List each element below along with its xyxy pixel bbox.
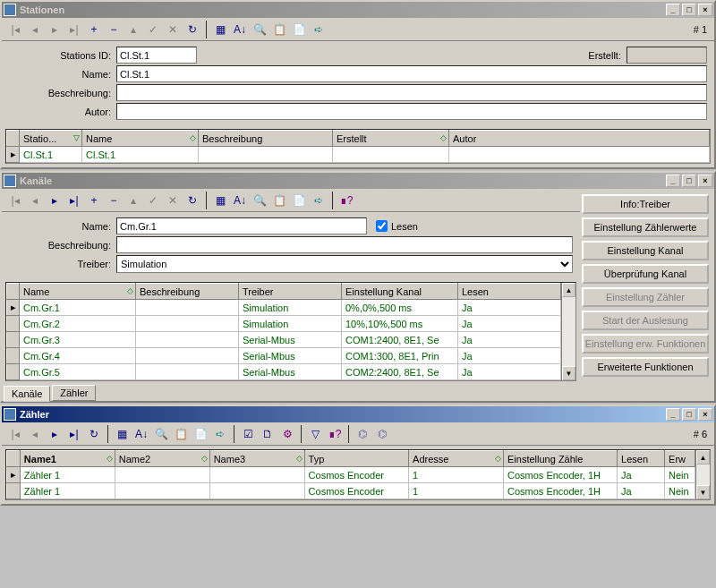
nav-last-icon[interactable]: ▸| <box>65 192 83 209</box>
tab-zaehler[interactable]: Zähler <box>52 385 96 401</box>
table-row[interactable]: Cm.Gr.3 Serial-Mbus COM1:2400, 8E1, Se J… <box>7 332 561 348</box>
copy-icon[interactable]: 📋 <box>172 425 190 443</box>
scroll-down-icon[interactable]: ▼ <box>696 485 710 499</box>
sort-icon[interactable]: A↓ <box>231 21 249 38</box>
table-row[interactable]: ▸ Cm.Gr.1 Simulation 0%,0%,500 ms Ja <box>7 300 561 316</box>
col-lesen[interactable]: Lesen <box>458 284 561 300</box>
col-statio[interactable]: Statio...▽ <box>20 131 82 147</box>
nav-first-icon[interactable]: |◂ <box>6 425 24 443</box>
grid-icon[interactable]: ▦ <box>113 425 131 443</box>
search-icon[interactable]: 🔍 <box>251 21 268 38</box>
nav-last-icon[interactable]: ▸| <box>65 425 83 443</box>
help-icon[interactable]: ∎? <box>337 192 355 209</box>
grid-icon[interactable]: ▦ <box>211 192 229 209</box>
cancel-icon[interactable]: ✕ <box>164 21 182 38</box>
minimize-button[interactable]: _ <box>666 175 680 187</box>
nav-prev-icon[interactable]: ◂ <box>26 425 44 443</box>
scroll-down-icon[interactable]: ▼ <box>562 366 575 380</box>
paste-icon[interactable]: 📄 <box>192 425 209 443</box>
kbeschreibung-input[interactable] <box>116 236 573 253</box>
stationen-grid[interactable]: Statio...▽ Name◇ Beschreibung Erstellt◇ … <box>5 129 711 164</box>
post-icon[interactable]: ✓ <box>144 21 162 38</box>
col-erw[interactable]: Erw <box>665 451 695 467</box>
col-beschreibung[interactable]: Beschreibung <box>199 131 333 147</box>
name-input[interactable] <box>116 65 707 82</box>
table-row[interactable]: ▸ Cl.St.1 Cl.St.1 <box>7 147 710 163</box>
table-row[interactable]: ▸ Zähler 1 Cosmos Encoder 1 Cosmos Encod… <box>7 467 695 483</box>
search-icon[interactable]: 🔍 <box>152 425 170 443</box>
edit-icon[interactable]: ▴ <box>124 21 142 38</box>
nav-last-icon[interactable]: ▸| <box>65 21 83 38</box>
help-icon[interactable]: ∎? <box>326 425 344 443</box>
scrollbar[interactable]: ▲ ▼ <box>695 450 710 499</box>
export-icon[interactable]: ➪ <box>310 21 328 38</box>
table-row[interactable]: Cm.Gr.2 Simulation 10%,10%,500 ms Ja <box>7 316 561 332</box>
tree-icon[interactable]: ⌬ <box>354 425 371 443</box>
col-kname[interactable]: Name◇ <box>20 284 136 300</box>
delete-icon[interactable]: − <box>105 21 123 38</box>
kanaele-grid[interactable]: Name◇ Beschreibung Treiber Einstellung K… <box>5 282 576 381</box>
scroll-up-icon[interactable]: ▲ <box>562 283 575 297</box>
minimize-button[interactable]: _ <box>666 4 680 16</box>
paste-icon[interactable]: 📄 <box>290 21 308 38</box>
table-row[interactable]: Zähler 1 Cosmos Encoder 1 Cosmos Encoder… <box>7 483 695 499</box>
delete-icon[interactable]: − <box>105 192 123 209</box>
refresh-icon[interactable]: ↻ <box>183 21 201 38</box>
export-icon[interactable]: ➪ <box>211 425 229 443</box>
close-button[interactable]: × <box>698 175 712 187</box>
post-icon[interactable]: ✓ <box>144 192 162 209</box>
col-name2[interactable]: Name2◇ <box>115 451 209 467</box>
col-name[interactable]: Name◇ <box>82 131 199 147</box>
lesen-checkbox[interactable]: Lesen <box>376 220 418 232</box>
cancel-icon[interactable]: ✕ <box>164 192 182 209</box>
sort-icon[interactable]: A↓ <box>231 192 249 209</box>
col-name3[interactable]: Name3◇ <box>209 451 304 467</box>
erweiterte-funktionen-button[interactable]: Erweiterte Funktionen <box>582 357 709 377</box>
maximize-button[interactable]: □ <box>682 175 696 187</box>
check-icon[interactable]: ☑ <box>239 425 257 443</box>
refresh-icon[interactable]: ↻ <box>183 192 201 209</box>
col-typ[interactable]: Typ <box>304 451 409 467</box>
tab-kanaele[interactable]: Kanäle <box>4 386 50 402</box>
table-row[interactable]: Cm.Gr.4 Serial-Mbus COM1:300, 8E1, Prin … <box>7 348 561 364</box>
table-row[interactable]: Cm.Gr.5 Serial-Mbus COM2:2400, 8E1, Se J… <box>7 364 561 380</box>
col-einstellung-kanal[interactable]: Einstellung Kanal <box>342 284 458 300</box>
scroll-up-icon[interactable]: ▲ <box>696 450 710 464</box>
gear-icon[interactable]: ⚙ <box>278 425 296 443</box>
stations-id-input[interactable] <box>116 47 197 64</box>
add-icon[interactable]: + <box>85 192 103 209</box>
export-icon[interactable]: ➪ <box>310 192 328 209</box>
col-erstellt[interactable]: Erstellt◇ <box>333 131 449 147</box>
col-name1[interactable]: Name1◇ <box>20 451 115 467</box>
add-icon[interactable]: + <box>85 21 103 38</box>
maximize-button[interactable]: □ <box>682 4 696 16</box>
edit-icon[interactable]: ▴ <box>124 192 142 209</box>
copy-icon[interactable]: 📋 <box>270 192 288 209</box>
new-doc-icon[interactable]: 🗋 <box>259 425 277 443</box>
search-icon[interactable]: 🔍 <box>251 192 268 209</box>
nav-prev-icon[interactable]: ◂ <box>26 192 44 209</box>
nav-prev-icon[interactable]: ◂ <box>26 21 44 38</box>
copy-icon[interactable]: 📋 <box>270 21 288 38</box>
info-treiber-button[interactable]: Info:Treiber <box>582 194 709 214</box>
filter-icon[interactable]: ▽ <box>306 425 324 443</box>
col-lesen[interactable]: Lesen <box>618 451 665 467</box>
nav-next-icon[interactable]: ▸ <box>46 21 64 38</box>
sort-icon[interactable]: A↓ <box>132 425 150 443</box>
maximize-button[interactable]: □ <box>682 408 696 421</box>
ueberpruefung-kanal-button[interactable]: Überprüfung Kanal <box>582 264 709 284</box>
einstellung-kanal-button[interactable]: Einstellung Kanal <box>582 241 709 260</box>
grid-icon[interactable]: ▦ <box>211 21 229 38</box>
minimize-button[interactable]: _ <box>666 408 680 421</box>
tree2-icon[interactable]: ⌬ <box>373 425 391 443</box>
refresh-icon[interactable]: ↻ <box>85 425 103 443</box>
col-autor[interactable]: Autor <box>449 131 710 147</box>
paste-icon[interactable]: 📄 <box>290 192 308 209</box>
lesen-check[interactable] <box>376 220 388 232</box>
beschreibung-input[interactable] <box>116 84 707 101</box>
zaehler-grid[interactable]: Name1◇ Name2◇ Name3◇ Typ Adresse◇ Einste… <box>5 449 711 500</box>
col-kbeschreibung[interactable]: Beschreibung <box>136 284 239 300</box>
kname-input[interactable] <box>116 217 367 234</box>
col-treiber[interactable]: Treiber <box>239 284 342 300</box>
nav-first-icon[interactable]: |◂ <box>6 192 24 209</box>
